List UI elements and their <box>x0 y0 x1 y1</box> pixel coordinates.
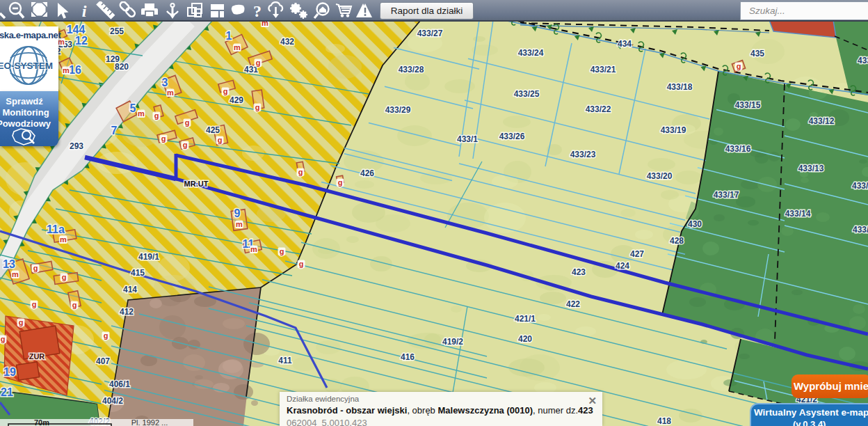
svg-text:16: 16 <box>69 64 81 76</box>
svg-text:g: g <box>19 318 24 326</box>
svg-text:433/15: 433/15 <box>735 100 761 110</box>
svg-text:433/23: 433/23 <box>570 150 596 159</box>
svg-text:m: m <box>167 88 174 97</box>
svg-text:433/1: 433/1 <box>853 225 868 235</box>
svg-text:426: 426 <box>360 168 374 178</box>
svg-text:423: 423 <box>572 267 586 277</box>
svg-text:420: 420 <box>518 334 532 344</box>
svg-text:412: 412 <box>120 307 134 317</box>
svg-text:435: 435 <box>750 49 764 58</box>
svg-text:m: m <box>60 235 67 244</box>
svg-text:433/24: 433/24 <box>518 48 544 58</box>
svg-text:g: g <box>161 134 166 143</box>
svg-text:Pl. 1992 ...: Pl. 1992 ... <box>131 418 168 426</box>
svg-text:430: 430 <box>688 219 702 229</box>
svg-text:9: 9 <box>234 207 241 219</box>
svg-text:433/28: 433/28 <box>399 65 424 74</box>
svg-text:g: g <box>185 118 190 127</box>
svg-text:433/20: 433/20 <box>647 171 673 181</box>
svg-text:g: g <box>183 141 188 149</box>
svg-text:7: 7 <box>111 125 118 136</box>
svg-text:g: g <box>32 300 37 308</box>
svg-text:432: 432 <box>280 37 294 47</box>
svg-text:425: 425 <box>206 125 220 135</box>
svg-text:406/1: 406/1 <box>109 379 130 389</box>
svg-text:428: 428 <box>670 236 684 246</box>
svg-text:433/12: 433/12 <box>809 116 835 126</box>
svg-text:433/13: 433/13 <box>798 164 824 173</box>
svg-text:255: 255 <box>110 26 124 36</box>
svg-text:433/16: 433/16 <box>725 144 751 154</box>
svg-text:g: g <box>104 331 108 340</box>
svg-text:m: m <box>12 270 19 278</box>
svg-text:433/1: 433/1 <box>457 134 478 144</box>
svg-text:433/29: 433/29 <box>385 105 411 115</box>
svg-text:g: g <box>338 178 343 187</box>
svg-text:419/2: 419/2 <box>442 337 463 347</box>
svg-text:70m: 70m <box>34 418 49 426</box>
svg-text:i: i <box>82 2 87 20</box>
svg-text:820: 820 <box>115 62 129 72</box>
svg-text:m: m <box>138 109 145 118</box>
svg-text:g: g <box>256 58 261 67</box>
svg-text:418: 418 <box>657 416 671 426</box>
svg-text:433/19: 433/19 <box>661 125 686 135</box>
svg-text:g: g <box>218 136 223 144</box>
svg-text:g: g <box>298 168 303 176</box>
svg-text:g: g <box>33 264 38 272</box>
svg-text:416: 416 <box>401 352 415 362</box>
svg-text:ZUR: ZUR <box>29 352 45 361</box>
svg-text:GEO-SYSTEM: GEO-SYSTEM <box>0 61 53 71</box>
svg-text:419/1: 419/1 <box>138 252 159 262</box>
svg-text:g: g <box>255 103 260 111</box>
svg-text:427: 427 <box>630 249 644 259</box>
svg-text:415: 415 <box>131 268 145 278</box>
svg-text:21: 21 <box>1 386 13 398</box>
svg-text:g: g <box>154 111 159 120</box>
svg-text:13: 13 <box>3 258 15 270</box>
svg-text:m: m <box>236 220 243 228</box>
svg-text:11a: 11a <box>47 223 65 235</box>
svg-text:g: g <box>72 301 77 309</box>
svg-text:m: m <box>63 66 70 74</box>
svg-text:m: m <box>234 43 241 52</box>
svg-text:g: g <box>299 260 304 268</box>
svg-text:g: g <box>280 247 284 255</box>
svg-text:433/22: 433/22 <box>586 104 611 114</box>
svg-text:424: 424 <box>616 261 629 271</box>
svg-text:?: ? <box>253 2 262 20</box>
svg-text:433/18: 433/18 <box>667 82 693 92</box>
svg-text:19: 19 <box>3 366 16 378</box>
svg-text:5: 5 <box>130 102 136 114</box>
svg-text:421/1: 421/1 <box>515 314 536 324</box>
svg-text:433/21: 433/21 <box>590 65 616 74</box>
svg-text:404/2: 404/2 <box>102 396 123 406</box>
svg-text:g: g <box>737 62 741 70</box>
svg-text:1: 1 <box>226 30 232 42</box>
svg-text:411: 411 <box>278 356 292 365</box>
svg-text:433/17: 433/17 <box>714 190 739 200</box>
svg-text:433/25: 433/25 <box>514 89 540 99</box>
svg-text:434: 434 <box>618 39 632 49</box>
svg-text:422: 422 <box>566 299 580 309</box>
svg-text:MR.UT: MR.UT <box>184 180 209 188</box>
svg-text:g: g <box>1 335 6 343</box>
svg-text:433/1: 433/1 <box>852 181 868 191</box>
svg-text:414: 414 <box>123 285 137 294</box>
svg-text:433: 433 <box>858 56 868 65</box>
svg-text:433/14: 433/14 <box>785 209 811 219</box>
svg-text:g: g <box>223 87 228 95</box>
svg-text:3: 3 <box>162 77 168 88</box>
svg-text:433/27: 433/27 <box>417 29 443 38</box>
svg-text:407: 407 <box>96 356 110 366</box>
svg-text:m: m <box>250 245 257 253</box>
svg-text:293: 293 <box>70 141 83 151</box>
svg-text:433/26: 433/26 <box>499 132 525 141</box>
svg-text:g: g <box>62 273 67 281</box>
svg-text:429: 429 <box>230 95 243 105</box>
